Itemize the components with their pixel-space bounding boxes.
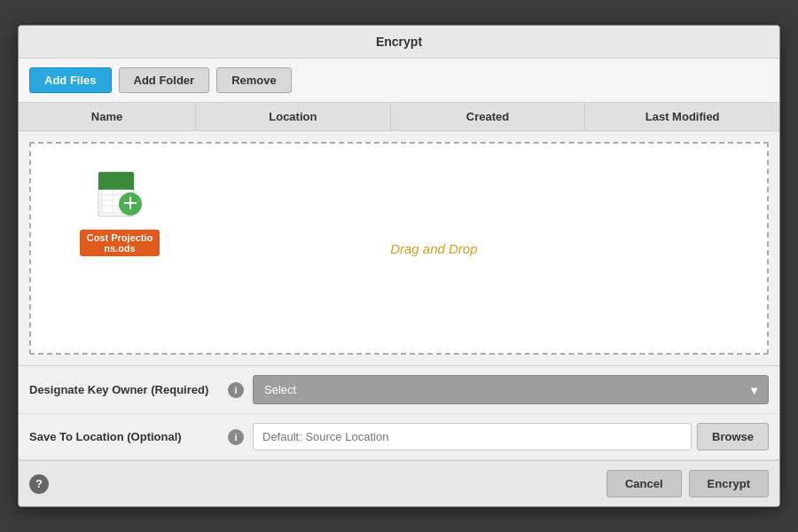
dialog-title: Encrypt: [19, 26, 779, 59]
file-label: Cost Projections.ods: [80, 230, 160, 256]
encrypt-button[interactable]: Encrypt: [689, 470, 769, 497]
save-location-info-icon[interactable]: i: [228, 429, 244, 445]
col-header-name: Name: [19, 103, 196, 130]
save-location-label: Save To Location (Optional): [29, 430, 224, 443]
add-folder-button[interactable]: Add Folder: [119, 67, 210, 93]
file-icon: [97, 170, 143, 226]
save-location-input[interactable]: [253, 423, 692, 450]
key-owner-select-wrapper: Select ▼: [253, 375, 769, 404]
cancel-button[interactable]: Cancel: [606, 470, 682, 497]
col-header-created: Created: [391, 103, 586, 130]
toolbar: Add Files Add Folder Remove: [19, 59, 779, 103]
help-icon[interactable]: ?: [29, 474, 49, 494]
drop-area[interactable]: Cost Projections.ods Drag and Drop: [29, 142, 769, 355]
key-owner-control: Select ▼: [253, 375, 769, 404]
form-section: Designate Key Owner (Required) i Select …: [19, 365, 779, 460]
key-owner-row: Designate Key Owner (Required) i Select …: [19, 366, 779, 414]
key-owner-info-icon[interactable]: i: [228, 382, 244, 398]
save-location-input-group: Browse: [253, 423, 769, 450]
save-location-row: Save To Location (Optional) i Browse: [19, 414, 779, 460]
svg-rect-3: [98, 186, 134, 190]
encrypt-dialog: Encrypt Add Files Add Folder Remove Name…: [18, 25, 780, 507]
col-header-location: Location: [196, 103, 391, 130]
svg-rect-12: [129, 197, 131, 209]
footer-right: Cancel Encrypt: [606, 470, 769, 497]
key-owner-select[interactable]: Select: [253, 375, 769, 404]
footer-left: ?: [29, 474, 49, 494]
dialog-overlay: Encrypt Add Files Add Folder Remove Name…: [0, 0, 798, 532]
remove-button[interactable]: Remove: [216, 67, 292, 93]
file-item[interactable]: Cost Projections.ods: [80, 170, 160, 256]
table-header: Name Location Created Last Modified: [19, 103, 779, 131]
dialog-footer: ? Cancel Encrypt: [19, 460, 779, 506]
col-header-modified: Last Modified: [585, 103, 779, 130]
add-files-button[interactable]: Add Files: [29, 67, 112, 93]
save-location-control: Browse: [253, 423, 769, 450]
key-owner-label: Designate Key Owner (Required): [29, 383, 224, 396]
browse-button[interactable]: Browse: [697, 423, 769, 450]
drop-hint: Drag and Drop: [390, 241, 477, 256]
